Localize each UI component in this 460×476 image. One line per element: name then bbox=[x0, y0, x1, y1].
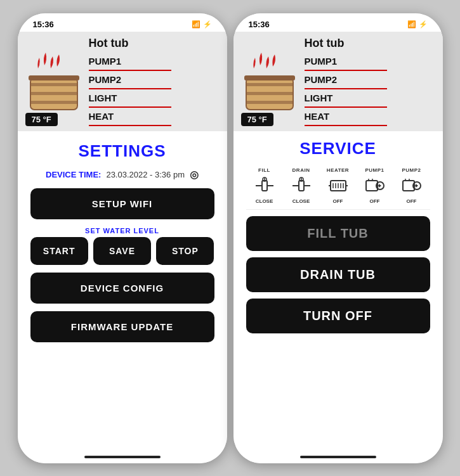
heater-label-top: HEATER bbox=[327, 167, 349, 173]
drain-valve-icon bbox=[290, 174, 313, 197]
heater-icon bbox=[327, 174, 350, 197]
svg-rect-2 bbox=[30, 92, 77, 95]
settings-status-icons: 📶 ⚡ bbox=[192, 20, 212, 29]
hot-tub-svg-service bbox=[241, 46, 298, 116]
pump2-label-top: PUMP2 bbox=[402, 167, 421, 173]
svg-rect-7 bbox=[246, 92, 293, 95]
device-time-label: DEVICE TIME: bbox=[46, 170, 101, 179]
service-menu-light: LIGHT bbox=[305, 89, 387, 108]
start-button[interactable]: START bbox=[30, 237, 88, 265]
settings-phone: 15:36 📶 ⚡ bbox=[18, 13, 227, 463]
pump1-label-bottom: OFF bbox=[370, 198, 380, 204]
heater-item[interactable]: HEATER OFF bbox=[327, 167, 350, 204]
svg-rect-15 bbox=[299, 181, 304, 191]
svg-rect-9 bbox=[244, 75, 295, 80]
service-home-indicator bbox=[233, 451, 443, 463]
set-water-level-label: SET WATER LEVEL bbox=[30, 227, 214, 235]
settings-menu-pump2: PUMP2 bbox=[89, 71, 171, 89]
battery-icon: ⚡ bbox=[203, 20, 212, 29]
settings-menu-light: LIGHT bbox=[89, 89, 171, 108]
svg-rect-4 bbox=[29, 75, 79, 80]
service-hot-tub-title: Hot tub bbox=[305, 37, 387, 50]
hot-tub-image-service bbox=[241, 46, 298, 116]
service-battery-icon: ⚡ bbox=[419, 20, 428, 29]
settings-screen-content: SETTINGS DEVICE TIME: 23.03.2022 - 3:36 … bbox=[18, 131, 227, 451]
turn-off-button[interactable]: TURN OFF bbox=[246, 299, 430, 333]
setup-wifi-button[interactable]: SETUP WIFI bbox=[30, 188, 214, 219]
settings-hot-tub-title: Hot tub bbox=[89, 37, 171, 50]
fill-label-top: FILL bbox=[258, 167, 270, 173]
wifi-icon: 📶 bbox=[192, 20, 200, 29]
water-level-buttons: START SAVE STOP bbox=[30, 237, 214, 265]
device-time-row: DEVICE TIME: 23.03.2022 - 3:36 pm ◎ bbox=[30, 169, 214, 181]
settings-home-bar bbox=[84, 456, 161, 458]
settings-temp-badge: 75 °F bbox=[25, 113, 58, 126]
service-home-bar bbox=[300, 456, 376, 458]
settings-menu: Hot tub PUMP1 PUMP2 LIGHT HEAT bbox=[89, 37, 171, 126]
hot-tub-svg-settings bbox=[25, 46, 82, 116]
service-title: SERVICE bbox=[246, 139, 430, 158]
service-status-bar: 15:36 📶 ⚡ bbox=[233, 13, 443, 32]
pump2-label-bottom: OFF bbox=[407, 198, 417, 204]
service-menu-pump2: PUMP2 bbox=[305, 71, 387, 89]
phones-container: 15:36 📶 ⚡ bbox=[18, 13, 443, 463]
pump1-icon bbox=[364, 174, 386, 197]
service-menu-heat: HEAT bbox=[305, 108, 387, 126]
service-temp-badge: 75 °F bbox=[241, 113, 273, 126]
pump2-item[interactable]: PUMP2 OFF bbox=[400, 167, 423, 204]
settings-home-indicator bbox=[18, 451, 227, 463]
svg-rect-6 bbox=[246, 83, 293, 86]
service-screen-content: SERVICE FILL CLOSE DRAI bbox=[233, 131, 443, 451]
service-status-icons: 📶 ⚡ bbox=[407, 20, 428, 29]
settings-menu-heat: HEAT bbox=[89, 108, 171, 126]
svg-rect-8 bbox=[246, 101, 293, 104]
heater-label-bottom: OFF bbox=[333, 198, 343, 204]
service-menu-pump1: PUMP1 bbox=[305, 53, 387, 71]
service-header: Hot tub PUMP1 PUMP2 LIGHT HEAT 75 °F bbox=[233, 32, 443, 131]
settings-menu-pump1: PUMP1 bbox=[89, 53, 171, 71]
drain-label-bottom: CLOSE bbox=[292, 198, 310, 204]
svg-rect-3 bbox=[30, 101, 77, 104]
fill-valve-icon bbox=[253, 174, 276, 197]
pump2-icon bbox=[400, 174, 423, 197]
save-button[interactable]: SAVE bbox=[93, 237, 151, 265]
service-wifi-icon: 📶 bbox=[407, 20, 416, 29]
svg-rect-1 bbox=[30, 83, 77, 86]
service-phone: 15:36 📶 ⚡ bbox=[233, 13, 443, 463]
fill-valve-item[interactable]: FILL CLOSE bbox=[253, 167, 276, 204]
fill-tub-button[interactable]: FILL TUB bbox=[246, 216, 430, 251]
pump1-item[interactable]: PUMP1 OFF bbox=[364, 167, 386, 204]
fill-label-bottom: CLOSE bbox=[256, 198, 273, 204]
stop-button[interactable]: STOP bbox=[156, 237, 214, 265]
hot-tub-image-settings bbox=[25, 46, 82, 116]
service-icons-row: FILL CLOSE DRAIN bbox=[246, 165, 430, 210]
drain-label-top: DRAIN bbox=[292, 167, 310, 173]
device-time-value: 23.03.2022 - 3:36 pm bbox=[106, 170, 185, 179]
pump1-label-top: PUMP1 bbox=[365, 167, 384, 173]
svg-rect-10 bbox=[262, 181, 267, 191]
settings-title: SETTINGS bbox=[30, 141, 214, 161]
firmware-update-button[interactable]: FIRMWARE UPDATE bbox=[30, 311, 214, 342]
eye-icon[interactable]: ◎ bbox=[190, 169, 199, 181]
drain-tub-button[interactable]: DRAIN TUB bbox=[246, 257, 430, 292]
drain-valve-item[interactable]: DRAIN CLOSE bbox=[290, 167, 313, 204]
settings-header: Hot tub PUMP1 PUMP2 LIGHT HEAT 75 °F bbox=[18, 32, 227, 131]
service-menu: Hot tub PUMP1 PUMP2 LIGHT HEAT bbox=[305, 37, 387, 126]
settings-status-bar: 15:36 📶 ⚡ bbox=[18, 13, 227, 32]
device-config-button[interactable]: DEVICE CONFIG bbox=[30, 273, 214, 304]
service-time: 15:36 bbox=[249, 20, 270, 29]
settings-time: 15:36 bbox=[33, 20, 54, 29]
